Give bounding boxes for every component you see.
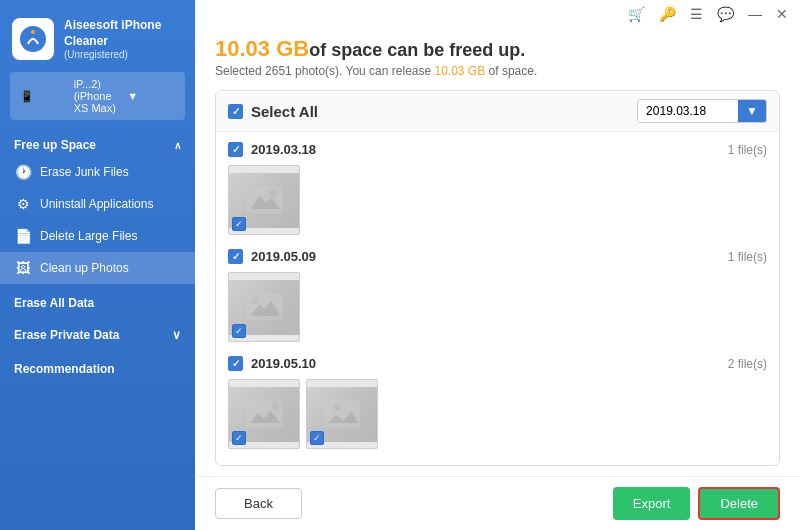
photo-panel: Select All ▼ 2019.03.18 1 file(s) [215,90,780,466]
app-subtitle: (Unregistered) [64,49,183,60]
svg-point-7 [271,402,278,409]
close-icon[interactable]: ✕ [776,6,788,22]
app-logo [12,18,54,60]
thumb-checkbox-3-1[interactable] [232,431,246,445]
thumb-checkbox-3-2[interactable] [310,431,324,445]
svg-rect-8 [324,401,360,428]
bottom-bar: Back Export Delete [195,476,800,530]
thumbnails-1 [228,165,767,235]
date-filter-input[interactable] [638,100,738,122]
chevron-up-icon: ∧ [174,140,181,151]
date-filter[interactable]: ▼ [637,99,767,123]
export-button[interactable]: Export [613,487,691,520]
group-checkbox-2[interactable] [228,249,243,264]
device-label: iP...2)(iPhone XS Max) [74,78,122,114]
select-all-label: Select All [251,103,318,120]
svg-point-3 [269,190,276,197]
thumb-checkbox-2-1[interactable] [232,324,246,338]
sidebar-item-uninstall-apps[interactable]: ⚙ Uninstall Applications [0,188,195,220]
sidebar-item-erase-junk[interactable]: 🕐 Erase Junk Files [0,156,195,188]
group-header-2: 2019.05.09 1 file(s) [228,245,767,268]
group-date-3: 2019.05.10 [251,356,316,371]
image-icon: 🖼 [14,259,32,277]
thumb-3-2[interactable] [306,379,378,449]
thumb-2-1[interactable] [228,272,300,342]
panel-header: Select All ▼ [216,91,779,132]
space-subtitle: Selected 2651 photo(s). You can release … [215,64,780,78]
chat-icon[interactable]: 💬 [717,6,734,22]
delete-button[interactable]: Delete [698,487,780,520]
svg-point-9 [334,403,341,410]
device-selector[interactable]: 📱 iP...2)(iPhone XS Max) ▼ [10,72,185,120]
action-buttons: Export Delete [613,487,780,520]
sidebar-item-delete-large[interactable]: 📄 Delete Large Files [0,220,195,252]
section-erase-all-data[interactable]: Erase All Data [0,284,195,318]
gear-icon: ⚙ [14,195,32,213]
clock-icon: 🕐 [14,163,32,181]
group-header-1: 2019.03.18 1 file(s) [228,138,767,161]
file-icon: 📄 [14,227,32,245]
group-checkbox-1[interactable] [228,142,243,157]
thumb-checkbox-1-1[interactable] [232,217,246,231]
group-count-3: 2 file(s) [728,357,767,371]
group-date-2: 2019.05.09 [251,249,316,264]
space-title: 10.03 GBof space can be freed up. [215,36,780,62]
svg-point-1 [31,30,35,34]
main-content: 🛒 🔑 ☰ 💬 — ✕ 10.03 GBof space can be free… [195,0,800,530]
group-header-3: 2019.05.10 2 file(s) [228,352,767,375]
group-checkbox-3[interactable] [228,356,243,371]
minimize-icon[interactable]: — [748,6,762,22]
space-header: 10.03 GBof space can be freed up. Select… [215,36,780,78]
photo-group-3: 2019.05.10 2 file(s) [228,352,767,449]
sidebar: Aiseesoft iPhone Cleaner (Unregistered) … [0,0,195,530]
cart-icon[interactable]: 🛒 [628,6,645,22]
sidebar-item-clean-photos[interactable]: 🖼 Clean up Photos [0,252,195,284]
section-erase-private-data[interactable]: Erase Private Data ∨ [0,318,195,350]
svg-point-5 [251,297,258,304]
date-filter-button[interactable]: ▼ [738,100,766,122]
space-amount: 10.03 GB [215,36,309,61]
pin-icon[interactable]: 🔑 [659,6,676,22]
svg-rect-4 [246,294,282,321]
group-count-2: 1 file(s) [728,250,767,264]
select-all-row[interactable]: Select All [228,103,318,120]
back-button[interactable]: Back [215,488,302,519]
thumbnails-3 [228,379,767,449]
group-date-1: 2019.03.18 [251,142,316,157]
thumbnails-2 [228,272,767,342]
thumb-3-1[interactable] [228,379,300,449]
select-all-checkbox[interactable] [228,104,243,119]
thumb-1-1[interactable] [228,165,300,235]
app-title: Aiseesoft iPhone Cleaner [64,18,183,49]
chevron-down-icon: ▼ [127,90,175,102]
chevron-down-icon: ∨ [172,328,181,342]
app-header: Aiseesoft iPhone Cleaner (Unregistered) [0,0,195,72]
phone-icon: 📱 [20,90,68,103]
photo-group-2: 2019.05.09 1 file(s) [228,245,767,342]
section-free-up-space[interactable]: Free up Space ∧ [0,130,195,156]
section-recommendation[interactable]: Recommendation [0,350,195,384]
group-count-1: 1 file(s) [728,143,767,157]
photo-group-1: 2019.03.18 1 file(s) [228,138,767,235]
space-text: of space can be freed up. [309,40,525,60]
menu-icon[interactable]: ☰ [690,6,703,22]
photo-list[interactable]: 2019.03.18 1 file(s) [216,132,779,465]
window-controls: 🛒 🔑 ☰ 💬 — ✕ [195,0,800,28]
content-area: 10.03 GBof space can be freed up. Select… [195,28,800,476]
svg-rect-2 [246,187,282,214]
